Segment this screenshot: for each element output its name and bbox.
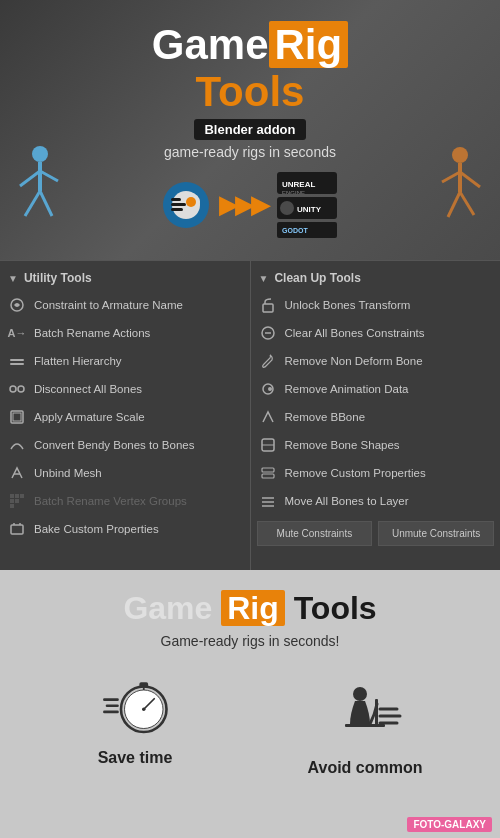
tool-bake-custom[interactable]: Bake Custom Properties (0, 515, 250, 543)
engine-logos: UNREAL ENGINE UNITY GODOT (277, 172, 337, 238)
svg-line-3 (40, 171, 58, 181)
svg-rect-41 (11, 525, 23, 534)
promo-section: Game Rig Tools Game-ready rigs in second… (0, 570, 500, 838)
tool-disconnect-bones[interactable]: Disconnect All Bones (0, 375, 250, 403)
svg-rect-52 (262, 474, 274, 478)
svg-line-2 (20, 171, 40, 186)
az-icon: A→ (8, 324, 26, 342)
tool-remove-bone-shapes[interactable]: Remove Bone Shapes (251, 431, 501, 459)
tool-flatten-hierarchy[interactable]: Flatten Hierarchy (0, 347, 250, 375)
svg-point-15 (186, 197, 196, 207)
svg-rect-40 (20, 494, 24, 498)
svg-text:UNITY: UNITY (297, 205, 322, 214)
tool-remove-animation[interactable]: Remove Animation Data (251, 375, 501, 403)
constraint-buttons-row: Mute Constraints Unmute Constraints (251, 515, 501, 550)
promo-item-save-time: Save time (20, 669, 250, 767)
svg-point-31 (18, 386, 24, 392)
svg-point-48 (268, 387, 272, 391)
utility-tools-header: ▼ Utility Tools (0, 267, 250, 291)
watermark-badge: FOTO-GALAXY (407, 817, 492, 832)
animation-icon (259, 380, 277, 398)
svg-line-9 (460, 172, 480, 187)
svg-rect-28 (10, 359, 24, 361)
bake-icon (8, 520, 26, 538)
banner-title: GameRig Tools (152, 22, 348, 114)
svg-point-64 (142, 708, 146, 712)
blender-addon-badge: Blender addon (194, 119, 305, 140)
wrench-icon (259, 352, 277, 370)
bone-shapes-icon (259, 436, 277, 454)
svg-rect-51 (262, 468, 274, 472)
svg-rect-29 (10, 363, 24, 365)
banner-section: GameRig Tools Blender addon game-ready r… (0, 0, 500, 260)
promo-item-avoid-common: Avoid common (250, 669, 480, 777)
character-left-icon (10, 146, 70, 240)
svg-rect-36 (10, 499, 14, 503)
flatten-icon (8, 352, 26, 370)
promo-title: Game Rig Tools (123, 590, 376, 627)
svg-line-10 (448, 192, 460, 217)
tool-remove-nondeform[interactable]: Remove Non Deform Bone (251, 347, 501, 375)
svg-rect-35 (10, 494, 14, 498)
tool-move-bones-layer[interactable]: Move All Bones to Layer (251, 487, 501, 515)
custom-props-icon (259, 464, 277, 482)
svg-rect-38 (15, 494, 19, 498)
svg-line-8 (442, 172, 460, 182)
unlock-icon (259, 296, 277, 314)
tool-batch-rename-vertex: Batch Rename Vertex Groups (0, 487, 250, 515)
tool-clear-constraints[interactable]: Clear All Bones Constraints (251, 319, 501, 347)
tool-constraint-armature[interactable]: Constraint to Armature Name (0, 291, 250, 319)
tool-remove-bbone[interactable]: Remove BBone (251, 403, 501, 431)
tool-convert-bendy[interactable]: Convert Bendy Bones to Bones (0, 431, 250, 459)
tool-batch-rename-actions[interactable]: A→ Batch Rename Actions (0, 319, 250, 347)
tool-remove-custom-props[interactable]: Remove Custom Properties (251, 459, 501, 487)
vertex-icon (8, 492, 26, 510)
svg-line-4 (25, 191, 40, 216)
disconnect-icon (8, 380, 26, 398)
unbind-icon (8, 464, 26, 482)
svg-text:GODOT: GODOT (282, 227, 308, 234)
mute-constraints-button[interactable]: Mute Constraints (257, 521, 373, 546)
cleanup-tools-header: ▼ Clean Up Tools (251, 267, 501, 291)
blender-logo-icon (163, 182, 209, 228)
svg-line-11 (460, 192, 474, 215)
svg-point-67 (353, 687, 367, 701)
promo-items: Save time Avoid common (20, 669, 480, 777)
utility-tools-column: ▼ Utility Tools Constraint to Armature N… (0, 261, 251, 570)
svg-rect-17 (171, 208, 183, 211)
svg-point-23 (280, 201, 294, 215)
constraint-icon (8, 296, 26, 314)
clear-icon (259, 324, 277, 342)
collapse-icon-right[interactable]: ▼ (259, 273, 269, 284)
svg-rect-16 (171, 203, 186, 206)
layer-icon (259, 492, 277, 510)
arrow-icon: ▶▶▶ (219, 191, 267, 219)
svg-rect-39 (15, 499, 19, 503)
svg-rect-37 (10, 504, 14, 508)
tool-unbind-mesh[interactable]: Unbind Mesh (0, 459, 250, 487)
promo-label-save-time: Save time (98, 749, 173, 767)
svg-text:UNREAL: UNREAL (282, 180, 315, 189)
svg-point-0 (32, 146, 48, 162)
stopwatch-icon (100, 669, 170, 739)
svg-text:ENGINE: ENGINE (282, 190, 305, 194)
scale-icon (8, 408, 26, 426)
bbone-icon (259, 408, 277, 426)
svg-rect-44 (263, 304, 273, 312)
promo-label-avoid-common: Avoid common (308, 759, 423, 777)
promo-subtitle: Game-ready rigs in seconds! (161, 633, 340, 649)
collapse-icon[interactable]: ▼ (8, 273, 18, 284)
cleanup-tools-column: ▼ Clean Up Tools Unlock Bones Transform … (251, 261, 501, 570)
tool-apply-armature-scale[interactable]: Apply Armature Scale (0, 403, 250, 431)
tools-panel: ▼ Utility Tools Constraint to Armature N… (0, 260, 500, 570)
svg-line-5 (40, 191, 52, 216)
banner-subtitle: game-ready rigs in seconds (164, 144, 336, 160)
svg-point-30 (10, 386, 16, 392)
svg-rect-33 (13, 413, 21, 421)
svg-rect-65 (345, 724, 385, 727)
svg-rect-18 (171, 198, 181, 201)
unmute-constraints-button[interactable]: Unmute Constraints (378, 521, 494, 546)
banner-logos: ▶▶▶ UNREAL ENGINE UNITY GODOT (163, 172, 337, 238)
tool-unlock-transform[interactable]: Unlock Bones Transform (251, 291, 501, 319)
avoid-icon (325, 669, 405, 749)
